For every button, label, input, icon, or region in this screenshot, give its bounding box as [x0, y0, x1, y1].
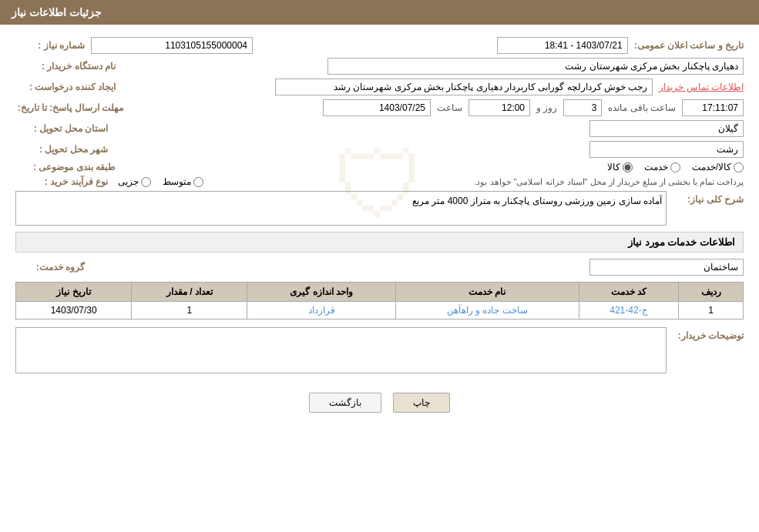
- toseif-label: توضیحات خریدار:: [667, 327, 744, 341]
- rooz-input[interactable]: [563, 99, 602, 116]
- tarikh-saat-label: تاریخ و ساعت اعلان عمومی:: [634, 40, 744, 51]
- remaining-label: ساعت باقی مانده: [608, 102, 676, 113]
- radio-khedmat-label: خدمت: [644, 162, 668, 172]
- shahr-label: شهر محل تحویل :: [15, 144, 108, 155]
- col-kod: کد خدمت: [579, 283, 678, 302]
- radio-khedmat-input[interactable]: [670, 162, 680, 172]
- shomare-niaz-input[interactable]: [91, 37, 253, 54]
- cell-vahed: قرارداد: [247, 302, 395, 320]
- radio-kala-khedmat: کالا/خدمت: [692, 162, 744, 172]
- radio-motevaset-label: متوسط: [163, 176, 191, 187]
- toseif-textarea[interactable]: [15, 327, 667, 373]
- radio-jozii: جزیی: [118, 176, 151, 187]
- etelaattamas-link[interactable]: اطلاعات تماس خریدار: [659, 82, 744, 92]
- col-radif: ردیف: [679, 283, 744, 302]
- cell-radif: 1: [679, 302, 744, 320]
- noe-frayand-label: نوع فرآیند خرید :: [15, 176, 108, 187]
- table-row: 1 ج-42-421 ساخت جاده و راهآهن قرارداد 1 …: [16, 302, 744, 320]
- radio-jozii-input[interactable]: [141, 177, 151, 187]
- row-ijad: اطلاعات تماس خریدار ایجاد کننده درخواست …: [15, 79, 744, 95]
- sharh-label: شرح کلی نیاز:: [667, 191, 744, 205]
- row-toseif: توضیحات خریدار:: [15, 327, 744, 373]
- row-namdastgah: نام دستگاه خریدار :: [15, 58, 744, 75]
- frayand-radiogroup: متوسط جزیی: [118, 176, 203, 187]
- radio-kala-input[interactable]: [623, 162, 633, 172]
- row-shomara: تاریخ و ساعت اعلان عمومی: شماره نیاز :: [15, 37, 744, 54]
- col-nam: نام خدمت: [395, 283, 579, 302]
- radio-kala-khedmat-label: کالا/خدمت: [692, 162, 731, 172]
- ostan-label: استان محل تحویل :: [15, 123, 108, 134]
- page-wrapper: جزئیات اطلاعات نیاز 🛡 تاریخ و ساعت اعلان…: [0, 0, 759, 532]
- row-ostan: استان محل تحویل :: [15, 120, 744, 137]
- tabaghe-label: طبقه بندی موضوعی :: [15, 162, 116, 172]
- row-shahr: شهر محل تحویل :: [15, 141, 744, 158]
- rooz-label: روز و: [536, 102, 557, 113]
- namdastgah-input[interactable]: [327, 58, 744, 75]
- saat-label: ساعت: [437, 102, 462, 113]
- main-container: 🛡 تاریخ و ساعت اعلان عمومی: شماره نیاز :…: [0, 25, 759, 424]
- sharh-text: آماده سازی زمین ورزشی روستای پاچکنار به …: [412, 196, 662, 206]
- radio-khedmat: خدمت: [644, 162, 680, 172]
- row-noe-frayand: پرداخت تمام یا بخشی از مبلغ خریدار از مح…: [15, 176, 744, 187]
- col-vahed: واحد اندازه گیری: [247, 283, 395, 302]
- main-content: تاریخ و ساعت اعلان عمومی: شماره نیاز : ن…: [0, 25, 759, 424]
- table-header-row: ردیف کد خدمت نام خدمت واحد اندازه گیری ت…: [16, 283, 744, 302]
- cell-kod: ج-42-421: [579, 302, 678, 320]
- chap-button[interactable]: چاپ: [393, 393, 450, 413]
- tarikh-saat-input[interactable]: [497, 37, 628, 54]
- ijad-label: ایجاد کننده درخواست :: [15, 82, 116, 92]
- tabaghe-radiogroup: کالا/خدمت خدمت کالا: [607, 162, 744, 172]
- radio-motevaset: متوسط: [163, 176, 203, 187]
- row-sharh: شرح کلی نیاز: آماده سازی زمین ورزشی روست…: [15, 191, 744, 226]
- col-tedad: تعداد / مقدار: [132, 283, 247, 302]
- services-table-container: ردیف کد خدمت نام خدمت واحد اندازه گیری ت…: [15, 282, 744, 320]
- services-table: ردیف کد خدمت نام خدمت واحد اندازه گیری ت…: [15, 282, 744, 320]
- saat-input[interactable]: [468, 99, 530, 116]
- shomare-niaz-label: شماره نیاز :: [15, 40, 85, 51]
- radio-kala-khedmat-input[interactable]: [734, 162, 744, 172]
- row-mohlat: ساعت باقی مانده روز و ساعت مهلت ارسال پا…: [15, 99, 744, 116]
- cell-nam: ساخت جاده و راهآهن: [395, 302, 579, 320]
- page-header: جزئیات اطلاعات نیاز: [0, 0, 759, 25]
- row-grohe: گروه خدمت:: [15, 259, 744, 276]
- cell-tarikh: 1403/07/30: [16, 302, 132, 320]
- namdastgah-label: نام دستگاه خریدار :: [15, 61, 116, 72]
- remaining-input[interactable]: [682, 99, 744, 116]
- ostan-input[interactable]: [589, 120, 744, 137]
- mohlat-date-input[interactable]: [323, 99, 431, 116]
- radio-motevaset-input[interactable]: [193, 177, 203, 187]
- radio-kala-label: کالا: [607, 162, 620, 172]
- bazgasht-button[interactable]: بازگشت: [309, 393, 381, 413]
- button-row: چاپ بازگشت: [15, 381, 744, 424]
- radio-jozii-label: جزیی: [118, 176, 139, 187]
- mohlat-label: مهلت ارسال پاسخ: تا تاریخ:: [15, 102, 123, 113]
- services-section-title: اطلاعات خدمات مورد نیاز: [15, 232, 744, 253]
- shahr-input[interactable]: [589, 141, 744, 158]
- grohe-label: گروه خدمت:: [15, 262, 85, 273]
- ijad-input[interactable]: [275, 79, 653, 95]
- grohe-input[interactable]: [589, 259, 744, 276]
- col-tarikh: تاریخ نیاز: [16, 283, 132, 302]
- frayand-note: پرداخت تمام یا بخشی از مبلغ خریدار از مح…: [217, 177, 744, 187]
- header-title: جزئیات اطلاعات نیاز: [12, 6, 102, 18]
- row-tabaghe: کالا/خدمت خدمت کالا طبقه بندی موضوعی :: [15, 162, 744, 172]
- sharh-value: آماده سازی زمین ورزشی روستای پاچکنار به …: [15, 191, 667, 226]
- cell-tedad: 1: [132, 302, 247, 320]
- radio-kala: کالا: [607, 162, 633, 172]
